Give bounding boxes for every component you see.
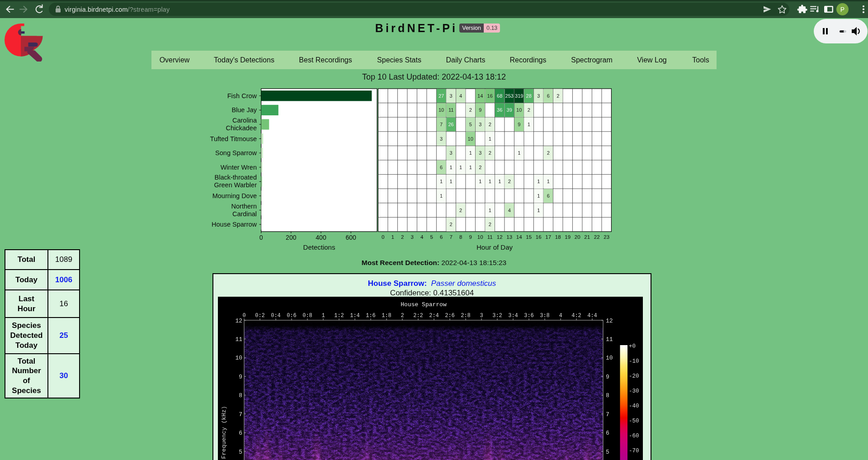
svg-text:0: 0 [242, 313, 245, 319]
svg-text:1: 1 [391, 234, 394, 240]
svg-text:1:4: 1:4 [350, 313, 360, 319]
svg-text:1: 1 [537, 193, 540, 199]
svg-text:1: 1 [489, 208, 491, 213]
svg-text:0:4: 0:4 [271, 313, 281, 319]
svg-text:Cardinal: Cardinal [232, 210, 257, 218]
svg-text:17: 17 [545, 234, 551, 240]
svg-text:2: 2 [469, 107, 472, 113]
svg-text:36: 36 [497, 107, 502, 113]
svg-text:16: 16 [536, 234, 542, 240]
svg-text:1: 1 [450, 179, 453, 184]
svg-text:1: 1 [469, 150, 472, 156]
svg-text:200: 200 [286, 234, 297, 241]
svg-text:10: 10 [477, 234, 483, 240]
svg-text:9: 9 [479, 107, 481, 113]
svg-text:23: 23 [604, 234, 609, 240]
svg-text:68: 68 [497, 93, 502, 99]
svg-text:3:2: 3:2 [492, 313, 502, 319]
svg-text:Winter Wren: Winter Wren [221, 164, 257, 171]
svg-text:2:4: 2:4 [429, 313, 439, 319]
svg-text:0: 0 [382, 234, 384, 240]
svg-text:2: 2 [557, 93, 559, 99]
svg-text:2: 2 [479, 165, 481, 170]
svg-text:House Sparrow: House Sparrow [212, 221, 257, 228]
svg-text:3:8: 3:8 [540, 313, 550, 319]
svg-text:1: 1 [479, 179, 481, 184]
svg-text:3: 3 [450, 93, 453, 99]
svg-text:4:4: 4:4 [587, 313, 597, 319]
svg-text:2: 2 [489, 122, 491, 127]
svg-text:4: 4 [508, 208, 511, 213]
svg-text:400: 400 [316, 234, 326, 241]
svg-text:2: 2 [489, 150, 491, 156]
svg-text:1: 1 [489, 179, 491, 184]
svg-text:Black-throated: Black-throated [215, 174, 257, 181]
svg-text:8: 8 [239, 392, 242, 399]
svg-text:1: 1 [450, 165, 453, 170]
svg-text:2: 2 [528, 107, 530, 113]
svg-text:2: 2 [547, 150, 550, 156]
svg-text:Northern: Northern [231, 203, 257, 210]
svg-text:39: 39 [507, 107, 512, 113]
svg-text:1:2: 1:2 [334, 313, 344, 319]
svg-text:5: 5 [430, 234, 433, 240]
svg-text:Frequency (kHz): Frequency (kHz) [221, 406, 227, 459]
svg-text:House Sparrow: House Sparrow [401, 301, 447, 308]
svg-text:5: 5 [239, 449, 242, 455]
svg-text:2: 2 [401, 234, 404, 240]
svg-text:5: 5 [606, 449, 609, 455]
svg-text:1: 1 [459, 165, 462, 170]
svg-text:19: 19 [565, 234, 571, 240]
svg-text:0:6: 0:6 [287, 313, 297, 319]
svg-text:1: 1 [489, 136, 491, 142]
svg-text:18: 18 [555, 234, 561, 240]
svg-text:20: 20 [575, 234, 580, 240]
svg-text:2: 2 [489, 222, 491, 227]
svg-text:4: 4 [459, 93, 462, 99]
svg-text:-60: -60 [629, 433, 639, 439]
svg-text:Detections: Detections [303, 243, 335, 251]
svg-text:-20: -20 [629, 373, 639, 379]
svg-text:Song Sparrow: Song Sparrow [215, 149, 257, 156]
svg-text:14: 14 [477, 93, 483, 99]
svg-text:1:8: 1:8 [382, 313, 392, 319]
svg-text:5: 5 [469, 122, 472, 127]
svg-text:28: 28 [526, 93, 532, 99]
svg-text:12: 12 [497, 234, 503, 240]
svg-text:11: 11 [606, 336, 613, 343]
svg-text:10: 10 [516, 107, 522, 113]
svg-text:10: 10 [235, 355, 242, 361]
svg-text:1: 1 [537, 208, 540, 213]
svg-text:P: P [840, 6, 844, 13]
svg-text:0: 0 [259, 234, 263, 241]
svg-text:1:6: 1:6 [366, 313, 376, 319]
svg-text:-30: -30 [629, 388, 639, 394]
svg-text:1: 1 [440, 179, 443, 184]
svg-text:3:6: 3:6 [524, 313, 534, 319]
svg-text:1: 1 [321, 313, 325, 319]
svg-text:9: 9 [518, 122, 520, 127]
svg-text:Green Warbler: Green Warbler [214, 181, 257, 189]
svg-text:6: 6 [440, 165, 443, 170]
svg-text:3: 3 [440, 136, 443, 142]
svg-text:7: 7 [239, 411, 242, 418]
svg-text:Hour of Day: Hour of Day [476, 243, 513, 251]
svg-text:13: 13 [506, 234, 512, 240]
svg-text:3: 3 [450, 150, 453, 156]
svg-text:12: 12 [606, 318, 613, 324]
svg-text:2: 2 [450, 222, 453, 227]
svg-text:7: 7 [440, 122, 443, 127]
svg-text:1: 1 [518, 150, 520, 156]
svg-text:+0: +0 [629, 343, 636, 350]
svg-text:10: 10 [439, 107, 444, 113]
svg-text:21: 21 [584, 234, 590, 240]
svg-text:8: 8 [606, 392, 609, 399]
svg-text:3: 3 [479, 150, 481, 156]
svg-text:-70: -70 [629, 448, 639, 454]
svg-text:6: 6 [547, 93, 550, 99]
svg-text:7: 7 [449, 234, 452, 240]
svg-text:3: 3 [480, 313, 483, 319]
svg-text:1: 1 [537, 179, 540, 184]
svg-text:9: 9 [239, 374, 242, 380]
svg-text:2: 2 [401, 313, 404, 319]
